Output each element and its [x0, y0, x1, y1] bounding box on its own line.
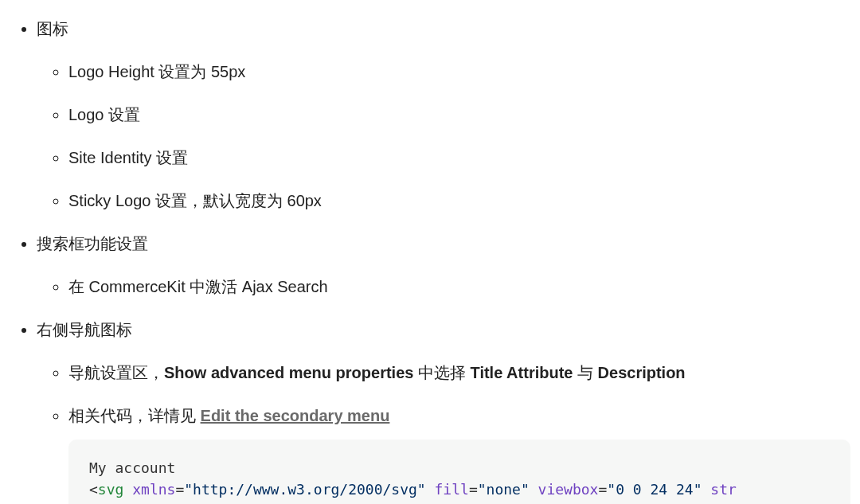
sub-list: 导航设置区，Show advanced menu properties 中选择 …	[37, 360, 850, 504]
list-item: 搜索框功能设置 在 CommerceKit 中激活 Ajax Search	[37, 231, 850, 299]
code-string: "0 0 24 24"	[607, 481, 702, 498]
code-punct: =	[469, 481, 478, 498]
list-item: 右侧导航图标 导航设置区，Show advanced menu properti…	[37, 317, 850, 504]
code-punct: <	[89, 481, 98, 498]
item-label: Sticky Logo 设置，默认宽度为 60px	[68, 192, 322, 209]
emphasis: Description	[598, 364, 686, 381]
text-run: 相关代码，详情见	[68, 407, 201, 424]
code-string: "http://www.w3.org/2000/svg"	[184, 481, 425, 498]
item-label: Site Identity 设置	[68, 149, 188, 166]
list-item: 导航设置区，Show advanced menu properties 中选择 …	[68, 360, 850, 385]
code-attr: xmlns	[132, 481, 175, 498]
item-label: Logo Height 设置为 55px	[68, 63, 245, 80]
list-item: Logo Height 设置为 55px	[68, 59, 850, 84]
item-label: Logo 设置	[68, 106, 140, 123]
item-label: 图标	[37, 20, 68, 37]
text-run: 导航设置区，	[68, 364, 164, 381]
code-space	[123, 481, 132, 498]
doc-list: 图标 Logo Height 设置为 55px Logo 设置 Site Ide…	[10, 16, 850, 504]
list-item: Logo 设置	[68, 102, 850, 127]
sub-list: Logo Height 设置为 55px Logo 设置 Site Identi…	[37, 59, 850, 213]
emphasis: Title Attribute	[471, 364, 573, 381]
item-label: 右侧导航图标	[37, 321, 132, 338]
list-item: Sticky Logo 设置，默认宽度为 60px	[68, 188, 850, 213]
list-item: 图标 Logo Height 设置为 55px Logo 设置 Site Ide…	[37, 16, 850, 213]
code-tag: svg	[98, 481, 124, 498]
code-block: My account <svg xmlns="http://www.w3.org…	[68, 440, 850, 504]
item-label: 搜索框功能设置	[37, 235, 148, 252]
list-item: 在 CommerceKit 中激活 Ajax Search	[68, 274, 850, 299]
code-punct: =	[598, 481, 607, 498]
code-punct: =	[175, 481, 184, 498]
list-item: 相关代码，详情见 Edit the secondary menu My acco…	[68, 403, 850, 504]
code-string: "none"	[478, 481, 530, 498]
edit-secondary-menu-link[interactable]: Edit the secondary menu	[201, 407, 390, 424]
text-run: 与	[573, 364, 597, 381]
code-attr: str	[710, 481, 737, 498]
list-item: Site Identity 设置	[68, 145, 850, 170]
emphasis: Show advanced menu properties	[164, 364, 413, 381]
item-label: 在 CommerceKit 中激活 Ajax Search	[68, 278, 328, 295]
text-run: 中选择	[413, 364, 470, 381]
code-attr: fill	[435, 481, 469, 498]
code-text: My account	[89, 459, 175, 476]
sub-list: 在 CommerceKit 中激活 Ajax Search	[37, 274, 850, 299]
code-attr: viewbox	[538, 481, 599, 498]
